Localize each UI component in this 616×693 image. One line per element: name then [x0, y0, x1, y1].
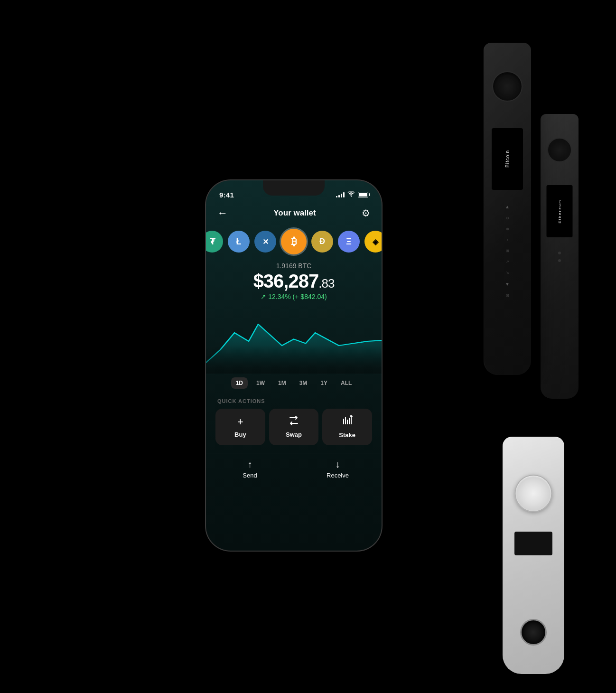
scene: Ethereum Bitcoin ▲ ⊙ ⊕ ↕ ⊞ ↗ ↘ ▼ ⊡ — [47, 19, 569, 674]
ledger-nano-white-screen — [514, 532, 552, 555]
balance-section: 1.9169 BTC $36,287.83 ↗ 12.34% (+ $842.0… — [206, 258, 382, 302]
buy-label: Buy — [234, 431, 246, 438]
swap-label: Swap — [286, 431, 302, 438]
ledger-device-2-screen-text: Ethereum — [558, 199, 562, 224]
ledger-device-2-screen: Ethereum — [547, 185, 573, 237]
ledger-icon-5: ↗ — [506, 260, 509, 264]
ledger-device-2-btn-2 — [558, 259, 561, 262]
fiat-whole: $36,287 — [253, 271, 319, 291]
ledger-device-1-screen: Bitcoin — [492, 128, 523, 190]
time-filter-bar: 1D 1W 1M 3M 1Y ALL — [206, 374, 382, 394]
ledger-device-2-buttons — [558, 252, 561, 262]
signal-bar-2 — [338, 195, 340, 197]
send-icon: ↑ — [248, 459, 252, 470]
time-filter-1d[interactable]: 1D — [231, 377, 248, 389]
ledger-icon-4: ⊞ — [506, 249, 509, 253]
stake-button[interactable]: Stake — [322, 409, 372, 445]
signal-bar-1 — [336, 196, 337, 197]
ledger-device-1-screen-text: Bitcoin — [505, 150, 510, 168]
send-button[interactable]: ↑ Send — [206, 459, 294, 479]
status-icons — [336, 191, 368, 198]
price-change: ↗ 12.34% (+ $842.04) — [215, 293, 372, 300]
time-filter-1w[interactable]: 1W — [252, 377, 270, 389]
ledger-device-2-btn-1 — [558, 252, 561, 254]
ledger-up-arrow: ▲ — [505, 204, 510, 209]
ledger-icon-6: ↘ — [506, 271, 509, 275]
coin-tether[interactable]: ₮ — [206, 231, 223, 253]
status-time: 9:41 — [219, 191, 234, 199]
ledger-icon-3: ↕ — [506, 238, 508, 242]
signal-bar-3 — [341, 194, 342, 197]
receive-button[interactable]: ↓ Receive — [294, 459, 382, 479]
coin-bitcoin-active[interactable]: ₿ — [281, 229, 307, 254]
stake-icon — [342, 415, 353, 429]
quick-actions-grid: + Buy Swap — [206, 409, 382, 453]
signal-bars — [336, 192, 345, 197]
battery-icon — [358, 192, 368, 197]
ledger-icon-2: ⊕ — [506, 227, 509, 231]
fiat-cents: .83 — [318, 276, 334, 290]
battery-fill — [359, 193, 367, 197]
coin-ethereum[interactable]: Ξ — [338, 231, 360, 253]
crypto-amount: 1.9169 BTC — [215, 262, 372, 270]
signal-bar-4 — [343, 192, 345, 197]
time-filter-all[interactable]: ALL — [336, 377, 356, 389]
ledger-device-2: Ethereum — [541, 114, 579, 399]
fiat-amount: $36,287.83 — [215, 271, 372, 292]
buy-button[interactable]: + Buy — [215, 409, 265, 445]
coin-litecoin[interactable]: Ł — [228, 231, 250, 253]
time-filter-1y[interactable]: 1Y — [316, 377, 332, 389]
bottom-actions: ↑ Send ↓ Receive — [206, 453, 382, 493]
receive-icon: ↓ — [336, 459, 340, 470]
phone-device: 9:41 — [206, 180, 382, 551]
buy-icon: + — [237, 416, 243, 428]
stake-label: Stake — [339, 431, 355, 439]
wallet-title: Your wallet — [273, 208, 316, 218]
ledger-icon-7: ⊡ — [506, 293, 509, 298]
ledger-device-1-nav: ▲ ⊙ ⊕ ↕ ⊞ ↗ ↘ ▼ ⊡ — [505, 204, 510, 298]
receive-label: Receive — [327, 472, 349, 479]
swap-button[interactable]: Swap — [269, 409, 319, 445]
ledger-down-arrow: ▼ — [505, 281, 510, 287]
ledger-nano-white — [503, 437, 564, 674]
coin-doge[interactable]: Ð — [311, 231, 333, 253]
phone-screen: 9:41 — [206, 180, 382, 551]
time-filter-1m[interactable]: 1M — [273, 377, 291, 389]
time-filter-3m[interactable]: 3M — [295, 377, 312, 389]
swap-icon — [288, 416, 299, 428]
phone-notch — [263, 180, 325, 196]
coin-binance[interactable]: ◈ — [364, 231, 382, 253]
ledger-device-1: Bitcoin ▲ ⊙ ⊕ ↕ ⊞ ↗ ↘ ▼ ⊡ — [484, 43, 531, 375]
settings-button[interactable]: ⚙ — [362, 207, 370, 219]
quick-actions-label: QUICK ACTIONS — [206, 394, 382, 409]
chart-svg — [206, 307, 382, 371]
back-button[interactable]: ← — [217, 207, 228, 219]
ledger-icon-1: ⊙ — [506, 216, 509, 220]
coin-carousel: ◈ ₮ Ł ✕ ₿ Ð Ξ ◈ Ⓐ — [206, 225, 382, 258]
price-chart — [206, 302, 382, 374]
wifi-icon — [347, 191, 355, 198]
chart-area — [206, 324, 382, 371]
app-header: ← Your wallet ⚙ — [206, 203, 382, 225]
send-label: Send — [243, 472, 257, 479]
coin-xrp[interactable]: ✕ — [254, 231, 276, 253]
